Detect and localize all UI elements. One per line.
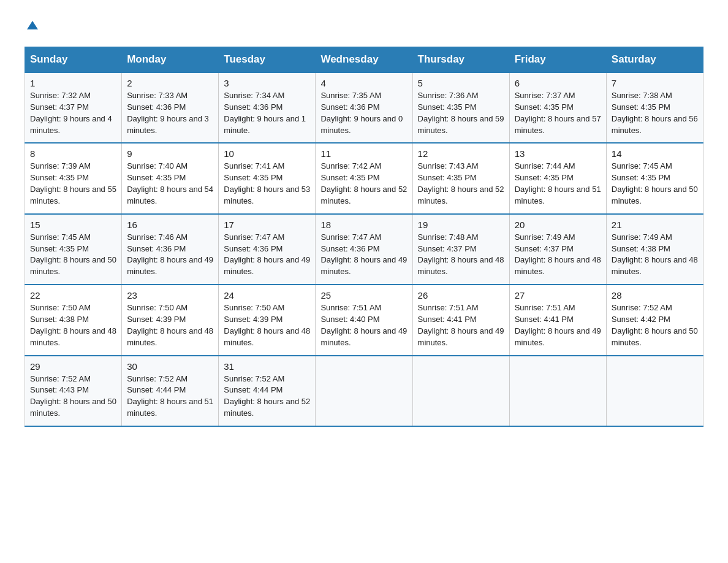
day-number: 18 bbox=[320, 220, 407, 230]
day-info: Sunrise: 7:45 AMSunset: 4:35 PMDaylight:… bbox=[30, 232, 116, 277]
calendar-day-cell: 26 Sunrise: 7:51 AMSunset: 4:41 PMDaylig… bbox=[412, 285, 509, 355]
week-row-4: 22 Sunrise: 7:50 AMSunset: 4:38 PMDaylig… bbox=[25, 285, 703, 355]
calendar-day-cell: 12 Sunrise: 7:43 AMSunset: 4:35 PMDaylig… bbox=[412, 143, 509, 213]
calendar-day-cell bbox=[509, 356, 606, 426]
calendar-day-cell: 15 Sunrise: 7:45 AMSunset: 4:35 PMDaylig… bbox=[25, 214, 122, 285]
logo-triangle-icon bbox=[26, 18, 39, 32]
day-number: 21 bbox=[612, 220, 698, 230]
day-info: Sunrise: 7:52 AMSunset: 4:44 PMDaylight:… bbox=[224, 374, 310, 418]
day-info: Sunrise: 7:46 AMSunset: 4:36 PMDaylight:… bbox=[127, 232, 213, 277]
week-row-5: 29 Sunrise: 7:52 AMSunset: 4:43 PMDaylig… bbox=[25, 356, 703, 426]
day-info: Sunrise: 7:42 AMSunset: 4:35 PMDaylight:… bbox=[320, 161, 407, 205]
day-info: Sunrise: 7:51 AMSunset: 4:40 PMDaylight:… bbox=[320, 303, 407, 347]
day-number: 20 bbox=[515, 220, 601, 230]
calendar-day-cell: 30 Sunrise: 7:52 AMSunset: 4:44 PMDaylig… bbox=[122, 356, 219, 426]
calendar-day-cell: 7 Sunrise: 7:38 AMSunset: 4:35 PMDayligh… bbox=[606, 72, 703, 143]
day-number: 26 bbox=[418, 290, 504, 301]
calendar-day-cell: 28 Sunrise: 7:52 AMSunset: 4:42 PMDaylig… bbox=[606, 285, 703, 355]
day-info: Sunrise: 7:41 AMSunset: 4:35 PMDaylight:… bbox=[224, 161, 310, 205]
day-number: 23 bbox=[127, 290, 213, 301]
day-number: 31 bbox=[224, 361, 310, 372]
day-number: 15 bbox=[30, 220, 116, 230]
calendar-day-cell: 19 Sunrise: 7:48 AMSunset: 4:37 PMDaylig… bbox=[412, 214, 509, 285]
weekday-header-row: SundayMondayTuesdayWednesdayThursdayFrid… bbox=[25, 47, 703, 73]
calendar-day-cell: 1 Sunrise: 7:32 AMSunset: 4:37 PMDayligh… bbox=[25, 72, 122, 143]
header-wednesday: Wednesday bbox=[316, 47, 412, 73]
day-info: Sunrise: 7:49 AMSunset: 4:38 PMDaylight:… bbox=[612, 232, 698, 277]
day-number: 29 bbox=[30, 361, 116, 372]
calendar-day-cell: 3 Sunrise: 7:34 AMSunset: 4:36 PMDayligh… bbox=[219, 72, 316, 143]
day-info: Sunrise: 7:35 AMSunset: 4:36 PMDaylight:… bbox=[320, 91, 403, 135]
calendar-day-cell: 5 Sunrise: 7:36 AMSunset: 4:35 PMDayligh… bbox=[412, 72, 509, 143]
day-info: Sunrise: 7:45 AMSunset: 4:35 PMDaylight:… bbox=[612, 161, 698, 205]
day-info: Sunrise: 7:47 AMSunset: 4:36 PMDaylight:… bbox=[224, 232, 310, 277]
calendar-day-cell: 22 Sunrise: 7:50 AMSunset: 4:38 PMDaylig… bbox=[25, 285, 122, 355]
calendar-day-cell: 31 Sunrise: 7:52 AMSunset: 4:44 PMDaylig… bbox=[219, 356, 316, 426]
calendar-day-cell: 23 Sunrise: 7:50 AMSunset: 4:39 PMDaylig… bbox=[122, 285, 219, 355]
day-number: 13 bbox=[515, 148, 601, 159]
calendar-day-cell: 21 Sunrise: 7:49 AMSunset: 4:38 PMDaylig… bbox=[606, 214, 703, 285]
logo bbox=[25, 18, 39, 34]
day-number: 27 bbox=[515, 290, 601, 301]
day-info: Sunrise: 7:47 AMSunset: 4:36 PMDaylight:… bbox=[320, 232, 407, 277]
header-tuesday: Tuesday bbox=[219, 47, 316, 73]
day-info: Sunrise: 7:50 AMSunset: 4:39 PMDaylight:… bbox=[127, 303, 213, 347]
day-info: Sunrise: 7:51 AMSunset: 4:41 PMDaylight:… bbox=[515, 303, 601, 347]
calendar-day-cell: 16 Sunrise: 7:46 AMSunset: 4:36 PMDaylig… bbox=[122, 214, 219, 285]
day-info: Sunrise: 7:49 AMSunset: 4:37 PMDaylight:… bbox=[515, 232, 601, 277]
calendar-day-cell bbox=[412, 356, 509, 426]
calendar-day-cell bbox=[606, 356, 703, 426]
week-row-2: 8 Sunrise: 7:39 AMSunset: 4:35 PMDayligh… bbox=[25, 143, 703, 213]
calendar-day-cell: 13 Sunrise: 7:44 AMSunset: 4:35 PMDaylig… bbox=[509, 143, 606, 213]
day-number: 6 bbox=[515, 78, 601, 88]
day-info: Sunrise: 7:32 AMSunset: 4:37 PMDaylight:… bbox=[30, 91, 112, 135]
day-number: 1 bbox=[30, 78, 116, 88]
calendar-day-cell: 17 Sunrise: 7:47 AMSunset: 4:36 PMDaylig… bbox=[219, 214, 316, 285]
calendar-day-cell: 20 Sunrise: 7:49 AMSunset: 4:37 PMDaylig… bbox=[509, 214, 606, 285]
day-number: 9 bbox=[127, 148, 213, 159]
header-monday: Monday bbox=[122, 47, 219, 73]
header-saturday: Saturday bbox=[606, 47, 703, 73]
header-sunday: Sunday bbox=[25, 47, 122, 73]
day-number: 25 bbox=[320, 290, 407, 301]
calendar-day-cell bbox=[316, 356, 412, 426]
day-number: 19 bbox=[418, 220, 504, 230]
day-info: Sunrise: 7:40 AMSunset: 4:35 PMDaylight:… bbox=[127, 161, 213, 205]
day-info: Sunrise: 7:33 AMSunset: 4:36 PMDaylight:… bbox=[127, 91, 209, 135]
day-number: 3 bbox=[224, 78, 310, 88]
calendar-day-cell: 14 Sunrise: 7:45 AMSunset: 4:35 PMDaylig… bbox=[606, 143, 703, 213]
day-info: Sunrise: 7:44 AMSunset: 4:35 PMDaylight:… bbox=[515, 161, 601, 205]
day-info: Sunrise: 7:52 AMSunset: 4:43 PMDaylight:… bbox=[30, 374, 116, 418]
calendar-table: SundayMondayTuesdayWednesdayThursdayFrid… bbox=[25, 47, 703, 427]
day-number: 8 bbox=[30, 148, 116, 159]
day-number: 12 bbox=[418, 148, 504, 159]
day-number: 22 bbox=[30, 290, 116, 301]
calendar-day-cell: 4 Sunrise: 7:35 AMSunset: 4:36 PMDayligh… bbox=[316, 72, 412, 143]
day-number: 5 bbox=[418, 78, 504, 88]
calendar-day-cell: 11 Sunrise: 7:42 AMSunset: 4:35 PMDaylig… bbox=[316, 143, 412, 213]
day-number: 28 bbox=[612, 290, 698, 301]
day-number: 4 bbox=[320, 78, 407, 88]
day-info: Sunrise: 7:48 AMSunset: 4:37 PMDaylight:… bbox=[418, 232, 504, 277]
calendar-day-cell: 29 Sunrise: 7:52 AMSunset: 4:43 PMDaylig… bbox=[25, 356, 122, 426]
calendar-day-cell: 8 Sunrise: 7:39 AMSunset: 4:35 PMDayligh… bbox=[25, 143, 122, 213]
page-header bbox=[25, 18, 703, 34]
day-number: 17 bbox=[224, 220, 310, 230]
day-info: Sunrise: 7:52 AMSunset: 4:42 PMDaylight:… bbox=[612, 303, 698, 347]
calendar-day-cell: 27 Sunrise: 7:51 AMSunset: 4:41 PMDaylig… bbox=[509, 285, 606, 355]
header-thursday: Thursday bbox=[412, 47, 509, 73]
header-friday: Friday bbox=[509, 47, 606, 73]
day-info: Sunrise: 7:52 AMSunset: 4:44 PMDaylight:… bbox=[127, 374, 213, 418]
day-number: 16 bbox=[127, 220, 213, 230]
week-row-1: 1 Sunrise: 7:32 AMSunset: 4:37 PMDayligh… bbox=[25, 72, 703, 143]
day-info: Sunrise: 7:36 AMSunset: 4:35 PMDaylight:… bbox=[418, 91, 504, 135]
day-info: Sunrise: 7:50 AMSunset: 4:39 PMDaylight:… bbox=[224, 303, 310, 347]
day-info: Sunrise: 7:51 AMSunset: 4:41 PMDaylight:… bbox=[418, 303, 504, 347]
day-number: 14 bbox=[612, 148, 698, 159]
calendar-day-cell: 18 Sunrise: 7:47 AMSunset: 4:36 PMDaylig… bbox=[316, 214, 412, 285]
calendar-day-cell: 24 Sunrise: 7:50 AMSunset: 4:39 PMDaylig… bbox=[219, 285, 316, 355]
day-number: 30 bbox=[127, 361, 213, 372]
day-number: 11 bbox=[320, 148, 407, 159]
svg-marker-0 bbox=[27, 21, 38, 29]
calendar-day-cell: 2 Sunrise: 7:33 AMSunset: 4:36 PMDayligh… bbox=[122, 72, 219, 143]
